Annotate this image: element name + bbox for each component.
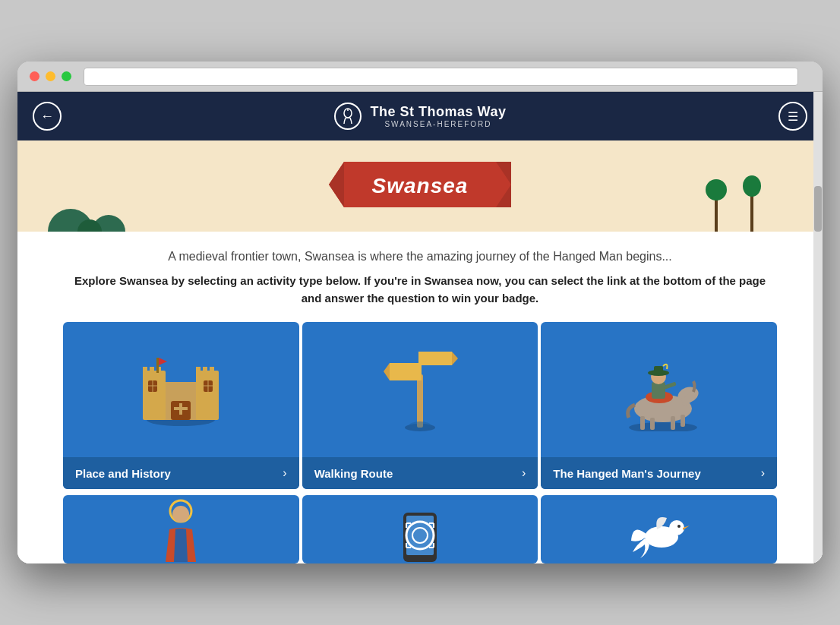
pilgrim-icon-svg xyxy=(339,108,356,125)
right-trees-decoration xyxy=(701,156,777,232)
back-icon: ← xyxy=(40,109,54,125)
svg-point-69 xyxy=(677,525,681,528)
svg-point-9 xyxy=(743,175,761,197)
castle-icon xyxy=(135,344,226,435)
left-trees-decoration xyxy=(48,156,139,232)
place-history-card-footer: Place and History › xyxy=(63,457,299,489)
svg-rect-19 xyxy=(143,367,147,374)
place-history-label: Place and History xyxy=(75,467,171,480)
hero-title-container: Swansea xyxy=(329,162,511,210)
description-section: A medieval frontier town, Swansea is whe… xyxy=(17,232,823,322)
hamburger-icon: ☰ xyxy=(788,109,798,124)
svg-rect-20 xyxy=(150,367,154,374)
menu-button[interactable]: ☰ xyxy=(778,102,807,131)
browser-content: ← The St Thomas Way Swansea-Herefo xyxy=(17,92,823,563)
address-bar[interactable] xyxy=(84,68,798,86)
svg-rect-42 xyxy=(640,416,645,430)
svg-rect-50 xyxy=(654,366,663,375)
svg-point-7 xyxy=(706,179,727,200)
saint-icon xyxy=(154,497,207,562)
svg-rect-51 xyxy=(664,382,677,390)
svg-rect-17 xyxy=(174,407,188,410)
walking-route-card[interactable]: Walking Route › xyxy=(302,322,538,489)
place-history-card-image xyxy=(63,322,299,457)
hanged-mans-journey-card-footer: The Hanged Man's Journey › xyxy=(541,457,777,489)
svg-rect-8 xyxy=(750,194,753,232)
walking-route-card-image xyxy=(302,322,538,457)
svg-rect-26 xyxy=(156,358,159,373)
scrollbar[interactable] xyxy=(813,92,823,563)
saint-card-partial[interactable] xyxy=(63,495,299,563)
close-window-button[interactable] xyxy=(30,71,39,81)
mac-window-buttons xyxy=(30,71,71,81)
svg-rect-23 xyxy=(196,367,201,374)
phone-card-partial[interactable] xyxy=(302,495,538,563)
header-app-subtitle: Swansea-Hereford xyxy=(371,120,507,128)
walking-route-card-footer: Walking Route › xyxy=(302,457,538,489)
dove-icon xyxy=(625,499,693,560)
svg-rect-25 xyxy=(210,367,214,374)
header-logo-icon xyxy=(334,103,362,130)
minimize-window-button[interactable] xyxy=(46,71,55,81)
hanged-mans-journey-arrow-icon: › xyxy=(761,466,765,480)
svg-point-53 xyxy=(172,506,189,522)
hanged-mans-journey-card-image xyxy=(541,322,777,457)
maximize-window-button[interactable] xyxy=(62,71,71,81)
svg-rect-18 xyxy=(143,371,166,420)
svg-marker-37 xyxy=(384,363,390,380)
hero-city-name-container: Swansea xyxy=(372,174,469,198)
svg-rect-44 xyxy=(671,416,675,430)
hero-banner: Swansea xyxy=(17,140,823,232)
header-text-block: The St Thomas Way Swansea-Hereford xyxy=(371,104,507,128)
description-line1: A medieval frontier town, Swansea is whe… xyxy=(63,250,777,264)
bottom-cards-row xyxy=(17,492,823,563)
hero-city-name: Swansea xyxy=(372,174,469,197)
app-header: ← The St Thomas Way Swansea-Herefo xyxy=(17,92,823,140)
description-line2: Explore Swansea by selecting an activity… xyxy=(63,273,777,307)
hanged-mans-journey-card[interactable]: The Hanged Man's Journey › xyxy=(541,322,777,489)
back-button[interactable]: ← xyxy=(33,102,62,131)
header-title-group: The St Thomas Way Swansea-Hereford xyxy=(334,103,507,130)
svg-point-39 xyxy=(629,422,697,431)
horseman-icon xyxy=(606,348,712,431)
svg-rect-22 xyxy=(196,371,219,420)
svg-rect-43 xyxy=(650,418,655,430)
walking-route-label: Walking Route xyxy=(314,467,393,480)
svg-marker-12 xyxy=(329,162,344,207)
svg-rect-47 xyxy=(652,382,665,399)
header-app-title: The St Thomas Way xyxy=(371,104,507,120)
scrollbar-thumb[interactable] xyxy=(814,186,822,232)
svg-marker-27 xyxy=(159,358,167,365)
activity-cards-grid: Place and History › xyxy=(17,322,823,492)
svg-rect-45 xyxy=(681,415,685,427)
place-history-arrow-icon: › xyxy=(283,466,286,480)
svg-point-67 xyxy=(669,520,684,535)
place-history-card[interactable]: Place and History › xyxy=(63,322,299,489)
mac-titlebar xyxy=(17,62,823,92)
svg-rect-35 xyxy=(417,374,423,428)
svg-rect-24 xyxy=(203,367,207,374)
svg-point-36 xyxy=(409,421,431,431)
phone-ar-icon xyxy=(390,497,450,562)
signpost-icon xyxy=(382,344,458,435)
mac-frame: ← The St Thomas Way Swansea-Herefo xyxy=(17,62,823,563)
svg-marker-38 xyxy=(452,352,458,365)
hanged-mans-journey-label: The Hanged Man's Journey xyxy=(553,467,700,480)
dove-card-partial[interactable] xyxy=(541,495,777,563)
walking-route-arrow-icon: › xyxy=(522,466,526,480)
